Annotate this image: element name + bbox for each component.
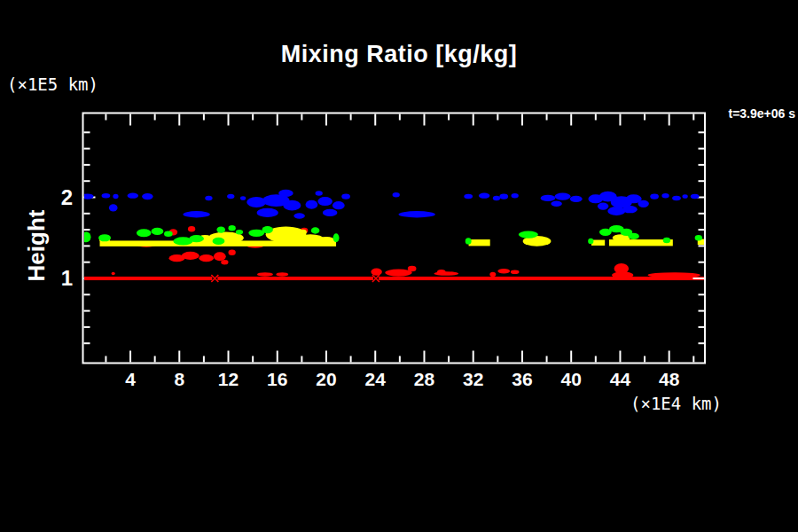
x-tick-label: 32 <box>463 369 483 389</box>
x-tick-label: 8 <box>174 369 184 389</box>
x-tick-label: 40 <box>561 369 582 389</box>
x-tick-label: 36 <box>512 369 532 389</box>
series-mid-layer-green <box>82 225 702 245</box>
x-tick-label: 12 <box>218 369 239 389</box>
plot-area: 481216202428323640444812 <box>0 0 798 532</box>
x-tick-label: 44 <box>610 369 631 389</box>
x-tick-label: 48 <box>659 369 680 389</box>
series-upper-layer-blue <box>82 190 700 219</box>
x-tick-label: 16 <box>267 369 287 389</box>
plot-frame <box>83 113 706 364</box>
x-tick-label: 28 <box>414 369 435 389</box>
x-tick-label: 24 <box>365 369 387 389</box>
y-tick-label: 2 <box>61 185 73 209</box>
y-tick-label: 1 <box>61 266 73 290</box>
x-tick-label: 20 <box>316 369 336 389</box>
data-layer <box>82 190 707 282</box>
plot-canvas: Mixing Ratio [kg/kg] (×1E5 km) t=3.9e+06… <box>0 0 798 532</box>
series-surface-layer-red <box>83 226 706 282</box>
x-tick-label: 4 <box>125 369 136 389</box>
